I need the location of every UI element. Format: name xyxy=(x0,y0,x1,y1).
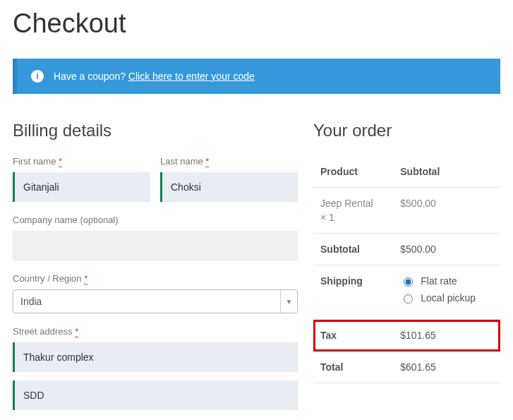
info-icon: i xyxy=(31,70,44,83)
coupon-banner: i Have a coupon? Click here to enter you… xyxy=(13,59,500,94)
subtotal-value: $500.00 xyxy=(393,234,500,265)
total-row: Total $601.65 xyxy=(313,352,500,383)
coupon-link[interactable]: Click here to enter your code xyxy=(128,71,255,82)
first-name-label: First name * xyxy=(13,156,150,167)
billing-section: Billing details First name * Last name * xyxy=(13,121,298,420)
order-item-name: Jeep Rental xyxy=(320,198,373,209)
col-subtotal: Subtotal xyxy=(393,156,500,188)
street-address-1-input[interactable] xyxy=(15,342,298,372)
country-label: Country / Region * xyxy=(13,273,298,284)
order-section: Your order Product Subtotal Jeep Rental … xyxy=(313,121,500,420)
last-name-input[interactable] xyxy=(162,172,298,202)
order-heading: Your order xyxy=(313,121,500,140)
shipping-row: Shipping Flat rate Local pickup xyxy=(313,265,500,320)
shipping-option-label: Local pickup xyxy=(421,292,476,304)
shipping-label: Shipping xyxy=(313,265,393,320)
tax-label: Tax xyxy=(313,320,393,352)
shipping-radio-flat-rate[interactable] xyxy=(404,277,413,287)
subtotal-label: Subtotal xyxy=(313,234,393,265)
page-title: Checkout xyxy=(13,8,500,39)
billing-heading: Billing details xyxy=(13,121,298,140)
total-label: Total xyxy=(313,352,393,383)
tax-value: $101.65 xyxy=(393,320,500,352)
coupon-prompt: Have a coupon? xyxy=(54,71,126,82)
order-item-row: Jeep Rental × 1 $500.00 xyxy=(313,188,500,234)
country-value[interactable] xyxy=(13,290,280,313)
street-label: Street address * xyxy=(13,326,298,337)
shipping-option-local-pickup[interactable]: Local pickup xyxy=(400,292,493,304)
last-name-label: Last name * xyxy=(160,156,298,167)
order-item-qty: × 1 xyxy=(320,212,386,223)
col-product: Product xyxy=(313,156,393,188)
shipping-option-flat-rate[interactable]: Flat rate xyxy=(400,275,493,287)
street-address-2-input[interactable] xyxy=(15,380,298,410)
shipping-radio-local-pickup[interactable] xyxy=(404,294,413,304)
tax-row: Tax $101.65 xyxy=(313,320,500,352)
order-item-subtotal: $500.00 xyxy=(393,188,500,234)
total-value: $601.65 xyxy=(393,352,500,383)
first-name-input[interactable] xyxy=(15,172,150,202)
company-label: Company name (optional) xyxy=(13,215,298,225)
subtotal-row: Subtotal $500.00 xyxy=(313,234,500,265)
order-table: Product Subtotal Jeep Rental × 1 $500.00… xyxy=(313,156,500,383)
company-input[interactable] xyxy=(13,231,298,260)
country-select[interactable]: ▼ xyxy=(13,289,298,313)
shipping-option-label: Flat rate xyxy=(421,275,457,287)
chevron-down-icon: ▼ xyxy=(280,290,297,313)
coupon-text: Have a coupon? Click here to enter your … xyxy=(54,71,255,82)
